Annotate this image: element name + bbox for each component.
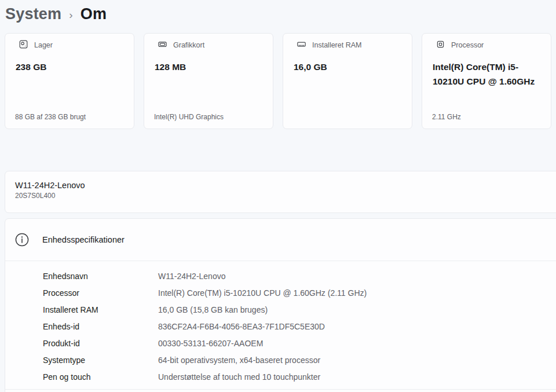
cpu-card-value: Intel(R) Core(TM) i5-10210U CPU @ 1.60GH… <box>433 60 543 89</box>
gpu-card-head: Grafikkort <box>158 39 265 51</box>
spec-row-system-type: Systemtype 64-bit operativsystem, x64-ba… <box>43 351 556 368</box>
gpu-card-value: 128 MB <box>155 60 265 74</box>
gpu-card-footer: Intel(R) UHD Graphics <box>154 113 266 121</box>
spec-value: W11-24H2-Lenovo <box>158 272 225 281</box>
storage-card: Lager 238 GB 88 GB af 238 GB brugt <box>5 33 134 129</box>
ram-card-label: Installeret RAM <box>312 41 361 49</box>
spec-row-device-name: Enhedsnavn W11-24H2-Lenovo <box>43 268 556 284</box>
spec-label: Installeret RAM <box>43 305 158 314</box>
storage-icon <box>19 40 28 51</box>
summary-cards-row: Lager 238 GB 88 GB af 238 GB brugt Grafi… <box>5 33 551 129</box>
spec-label: Enhedsnavn <box>43 272 158 281</box>
storage-card-head: Lager <box>19 39 126 51</box>
ram-card-head: Installeret RAM <box>297 39 404 51</box>
cpu-card-head: Processor <box>436 39 543 51</box>
gpu-icon <box>158 40 167 51</box>
spec-label: Produkt-id <box>43 339 158 348</box>
spec-row-device-id: Enheds-id 836CF2A4-F6B4-4056-8EA3-7F1DF5… <box>43 318 556 335</box>
spec-value: 16,0 GB (15,8 GB kan bruges) <box>158 305 268 314</box>
specs-bottom-divider <box>5 389 556 390</box>
device-model: 20S7S0L400 <box>15 192 556 200</box>
storage-card-value: 238 GB <box>16 60 126 74</box>
chevron-right-icon: › <box>69 7 73 21</box>
specs-table: Enhedsnavn W11-24H2-Lenovo Processor Int… <box>5 261 556 391</box>
gpu-card-label: Grafikkort <box>173 41 204 49</box>
device-specs-card: Enhedsspecifikationer Enhedsnavn W11-24H… <box>5 218 556 392</box>
spec-label: Systemtype <box>43 356 158 365</box>
spec-value: 64-bit operativsystem, x64-baseret proce… <box>158 356 320 365</box>
spec-row-product-id: Produkt-id 00330-53131-66207-AAOEM <box>43 335 556 351</box>
spec-label: Processor <box>43 288 158 298</box>
ram-card-value: 16,0 GB <box>294 60 404 74</box>
ram-icon <box>297 40 306 51</box>
spec-label: Pen og touch <box>43 372 158 382</box>
spec-value: Understøttelse af touch med 10 touchpunk… <box>158 372 320 382</box>
spec-value: Intel(R) Core(TM) i5-10210U CPU @ 1.60GH… <box>158 288 367 298</box>
spec-value: 00330-53131-66207-AAOEM <box>158 339 263 348</box>
cpu-icon <box>436 40 445 51</box>
info-icon <box>15 233 29 247</box>
storage-card-label: Lager <box>34 41 53 49</box>
page-title: Om <box>81 5 107 23</box>
device-name-card: W11-24H2-Lenovo 20S7S0L400 <box>5 171 556 213</box>
cpu-card: Processor Intel(R) Core(TM) i5-10210U CP… <box>422 33 551 129</box>
spec-value: 836CF2A4-F6B4-4056-8EA3-7F1DF5C5E30D <box>158 322 325 331</box>
breadcrumb: System › Om <box>5 2 107 26</box>
settings-about-page: System › Om Lager 238 GB 88 GB af 238 GB… <box>0 0 556 392</box>
spec-label: Enheds-id <box>43 322 158 331</box>
cpu-card-label: Processor <box>451 41 484 49</box>
device-specs-title: Enhedsspecifikationer <box>42 235 125 244</box>
cpu-card-footer: 2.11 GHz <box>432 113 544 121</box>
breadcrumb-system[interactable]: System <box>5 5 61 23</box>
spec-row-processor: Processor Intel(R) Core(TM) i5-10210U CP… <box>43 284 556 301</box>
ram-card: Installeret RAM 16,0 GB <box>283 33 412 129</box>
storage-card-footer: 88 GB af 238 GB brugt <box>15 113 127 121</box>
gpu-card: Grafikkort 128 MB Intel(R) UHD Graphics <box>144 33 273 129</box>
spec-row-ram: Installeret RAM 16,0 GB (15,8 GB kan bru… <box>43 301 556 318</box>
device-specs-expander[interactable]: Enhedsspecifikationer <box>5 219 556 261</box>
device-name: W11-24H2-Lenovo <box>15 181 556 190</box>
spec-row-pen-touch: Pen og touch Understøttelse af touch med… <box>43 368 556 385</box>
